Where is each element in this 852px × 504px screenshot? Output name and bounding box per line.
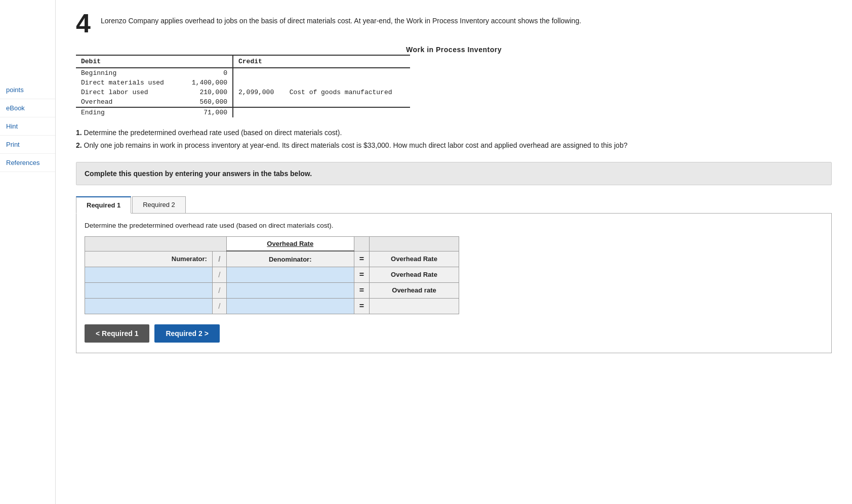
question-text: Lorenzo Company applies overhead to jobs… bbox=[101, 15, 581, 26]
sidebar-item-hint[interactable]: Hint bbox=[0, 117, 55, 136]
denominator-input-3[interactable] bbox=[226, 298, 354, 314]
bottom-nav: < Required 1 Required 2 > bbox=[85, 324, 823, 343]
prev-button[interactable]: < Required 1 bbox=[85, 324, 149, 343]
result-row-1: Overhead Rate bbox=[370, 267, 459, 282]
t-account-table: Debit Credit Beginning 0 Direct material… bbox=[76, 55, 410, 117]
result-header: Overhead Rate bbox=[370, 251, 459, 267]
table-row: Direct labor used 210,000 2,099,000 Cost… bbox=[76, 88, 410, 97]
tabs-row: Required 1 Required 2 bbox=[76, 196, 832, 214]
credit-header: Credit bbox=[233, 55, 410, 68]
denominator-field-2[interactable] bbox=[227, 283, 354, 297]
credit-empty-4 bbox=[233, 107, 285, 117]
main-content: 4 Lorenzo Company applies overhead to jo… bbox=[56, 0, 852, 504]
t-account-title: Work in Process Inventory bbox=[76, 46, 832, 54]
sidebar: points eBook Hint Print References bbox=[0, 0, 56, 504]
next-button[interactable]: Required 2 > bbox=[154, 324, 219, 343]
result-row-3 bbox=[370, 298, 459, 314]
slash-row-3: / bbox=[212, 298, 226, 314]
credit-empty-2 bbox=[233, 78, 285, 88]
overhead-rate-main-header: Overhead Rate bbox=[226, 237, 354, 251]
question-number: 4 bbox=[76, 10, 91, 36]
debit-label-overhead: Overhead bbox=[76, 97, 177, 107]
numerator-input-1[interactable] bbox=[85, 267, 213, 282]
col-equals-header bbox=[354, 237, 369, 251]
complete-box: Complete this question by entering your … bbox=[76, 162, 832, 185]
sidebar-item-print[interactable]: Print bbox=[0, 136, 55, 154]
denominator-input-2[interactable] bbox=[226, 282, 354, 298]
overhead-row-1: / = Overhead Rate bbox=[85, 267, 459, 282]
tab-description: Determine the predetermined overhead rat… bbox=[85, 222, 823, 229]
overhead-rate-table: Overhead Rate Numerator: / Denominator: … bbox=[85, 236, 459, 314]
overhead-row-3: / = bbox=[85, 298, 459, 314]
slash-row-2: / bbox=[212, 282, 226, 298]
sidebar-item-ebook[interactable]: eBook bbox=[0, 99, 55, 117]
credit-label-3 bbox=[285, 97, 410, 107]
denominator-field-1[interactable] bbox=[227, 268, 354, 281]
col-numerator-header bbox=[85, 237, 227, 251]
debit-value-beginning: 0 bbox=[177, 68, 233, 78]
table-row: Direct materials used 1,400,000 bbox=[76, 78, 410, 88]
overhead-row-2: / = Overhead rate bbox=[85, 282, 459, 298]
denominator-input-1[interactable] bbox=[226, 267, 354, 282]
credit-empty-3 bbox=[233, 97, 285, 107]
t-account-wrapper: Work in Process Inventory Debit Credit B… bbox=[76, 46, 832, 117]
equals-header: = bbox=[354, 251, 369, 267]
instructions: 1. Determine the predetermined overhead … bbox=[76, 127, 832, 152]
instruction-1-bold: 1. bbox=[76, 129, 82, 137]
debit-value-dl: 210,000 bbox=[177, 88, 233, 97]
tab-required-2[interactable]: Required 2 bbox=[132, 196, 186, 214]
credit-label-1 bbox=[285, 68, 410, 78]
credit-label-cogm: Cost of goods manufactured bbox=[285, 88, 410, 97]
result-row-2: Overhead rate bbox=[370, 282, 459, 298]
debit-value-dm: 1,400,000 bbox=[177, 78, 233, 88]
debit-value-overhead: 560,000 bbox=[177, 97, 233, 107]
equals-row-3: = bbox=[354, 298, 369, 314]
debit-label-beginning: Beginning bbox=[76, 68, 177, 78]
ending-label: Ending bbox=[76, 107, 177, 117]
col-result-header bbox=[370, 237, 459, 251]
table-row: Overhead 560,000 bbox=[76, 97, 410, 107]
numerator-field-2[interactable] bbox=[85, 283, 212, 297]
instruction-2-bold: 2. bbox=[76, 141, 82, 149]
credit-value-cogm: 2,099,000 bbox=[233, 88, 285, 97]
credit-label-4 bbox=[285, 107, 410, 117]
numerator-input-2[interactable] bbox=[85, 282, 213, 298]
debit-label-dl: Direct labor used bbox=[76, 88, 177, 97]
credit-empty-1 bbox=[233, 68, 285, 78]
debit-label-dm: Direct materials used bbox=[76, 78, 177, 88]
equals-row-1: = bbox=[354, 267, 369, 282]
sidebar-item-points[interactable]: points bbox=[0, 81, 55, 99]
tab-content: Determine the predetermined overhead rat… bbox=[76, 213, 832, 353]
numerator-field-1[interactable] bbox=[85, 268, 212, 281]
ending-value: 71,000 bbox=[177, 107, 233, 117]
denominator-header-label: Denominator: bbox=[226, 251, 354, 267]
sidebar-item-references[interactable]: References bbox=[0, 154, 55, 172]
numerator-label: Numerator: bbox=[85, 251, 213, 267]
slash-header: / bbox=[212, 251, 226, 267]
debit-header: Debit bbox=[76, 55, 233, 68]
credit-label-2 bbox=[285, 78, 410, 88]
denominator-field-3[interactable] bbox=[227, 299, 354, 313]
slash-row-1: / bbox=[212, 267, 226, 282]
numerator-input-3[interactable] bbox=[85, 298, 213, 314]
equals-row-2: = bbox=[354, 282, 369, 298]
table-row: Beginning 0 bbox=[76, 68, 410, 78]
numerator-field-3[interactable] bbox=[85, 299, 212, 313]
tab-required-1[interactable]: Required 1 bbox=[76, 196, 131, 214]
table-row-ending: Ending 71,000 bbox=[76, 107, 410, 117]
